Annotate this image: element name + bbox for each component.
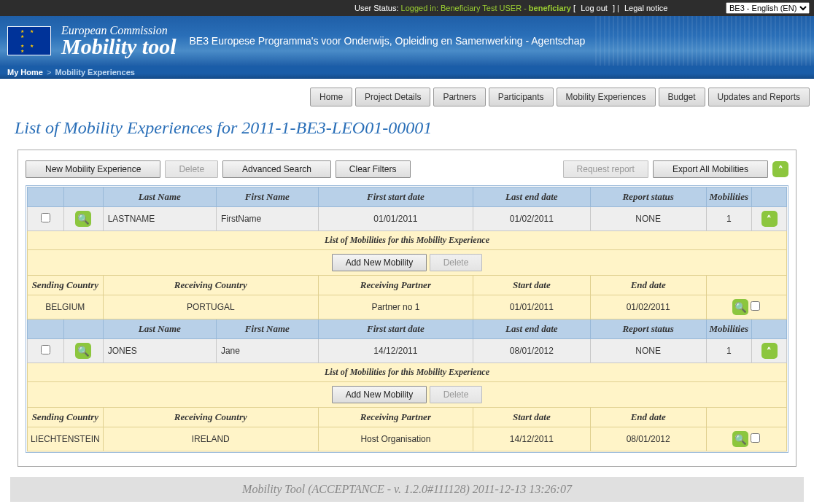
- cell-mobilities: 1: [706, 339, 751, 363]
- banner-decor: [595, 16, 814, 66]
- col-report-status: Report status: [590, 187, 706, 207]
- tab-participants[interactable]: Participants: [489, 88, 554, 106]
- cell-receiving: PORTUGAL: [103, 295, 318, 319]
- cell-first-start: 14/12/2011: [318, 339, 473, 363]
- col-receiving-country: Receiving Country: [103, 408, 318, 427]
- tab-mobility-experiences[interactable]: Mobility Experiences: [557, 88, 656, 106]
- col-first-start: First start date: [318, 319, 473, 339]
- status-logged-in: Logged in: Beneficiary Test USER -: [401, 4, 529, 12]
- delete-button[interactable]: Delete: [165, 160, 218, 178]
- banner-titles: European Commission Mobility tool: [61, 24, 177, 58]
- status-role: beneficiary: [529, 4, 571, 12]
- row-checkbox[interactable]: [41, 213, 50, 222]
- col-mobilities: Mobilities: [706, 187, 751, 207]
- header-banner: European Commission Mobility tool BE3 Eu…: [0, 16, 814, 66]
- col-start-date: Start date: [473, 276, 590, 295]
- tab-home[interactable]: Home: [310, 88, 352, 106]
- collapse-row-icon[interactable]: ˄: [761, 211, 778, 227]
- nav-tabs: Home Project Details Partners Participan…: [0, 79, 814, 111]
- sub-row-checkbox[interactable]: [751, 301, 760, 311]
- request-report-button[interactable]: Request report: [563, 160, 648, 178]
- sub-section-title: List of Mobilities for this Mobility Exp…: [28, 363, 787, 382]
- topbar: User Status: Logged in: Beneficiary Test…: [0, 0, 814, 16]
- add-new-mobility-button[interactable]: Add New Mobility: [332, 254, 427, 271]
- col-sending-country: Sending Country: [28, 276, 104, 295]
- sub-row-checkbox[interactable]: [751, 433, 760, 443]
- cell-partner: Host Organisation: [318, 427, 473, 451]
- cell-last-name: LASTNAME: [103, 207, 216, 231]
- table-header-row: Last Name First Name First start date La…: [28, 319, 787, 339]
- table-row: 🔍 JONES Jane 14/12/2011 08/01/2012 NONE …: [28, 339, 787, 363]
- eu-flag-icon: [7, 26, 51, 55]
- cell-sending: LIECHTENSTEIN: [28, 427, 104, 451]
- breadcrumb: My Home > Mobility Experiences: [0, 66, 814, 79]
- sub-header-row: Sending Country Receiving Country Receiv…: [28, 276, 787, 295]
- col-last-name: Last Name: [103, 187, 216, 207]
- page-title: List of Mobility Experiences for 2011-1-…: [15, 118, 799, 138]
- cell-mobilities: 1: [706, 207, 751, 231]
- col-report-status: Report status: [590, 319, 706, 339]
- data-table: Last Name First Name First start date La…: [26, 185, 788, 453]
- content-panel: New Mobility Experience Delete Advanced …: [18, 150, 796, 467]
- sub-delete-button[interactable]: Delete: [430, 386, 483, 403]
- toolbar: New Mobility Experience Delete Advanced …: [26, 160, 788, 178]
- col-last-end: Last end date: [473, 319, 590, 339]
- legal-notice-link[interactable]: Legal notice: [624, 4, 667, 12]
- collapse-row-icon[interactable]: ˄: [761, 343, 778, 359]
- cell-sending: BELGIUM: [28, 295, 104, 319]
- tab-partners[interactable]: Partners: [433, 88, 485, 106]
- cell-end: 08/01/2012: [590, 427, 706, 451]
- status-prefix: User Status:: [354, 4, 401, 12]
- table-header-row: Last Name First Name First start date La…: [28, 187, 787, 207]
- col-last-name: Last Name: [103, 319, 216, 339]
- col-receiving-partner: Receiving Partner: [318, 408, 473, 427]
- tab-project-details[interactable]: Project Details: [355, 88, 430, 106]
- bracket: [: [573, 4, 578, 12]
- col-mobilities: Mobilities: [706, 319, 751, 339]
- view-mobility-icon[interactable]: 🔍: [732, 299, 748, 315]
- collapse-all-icon[interactable]: ˄: [772, 161, 788, 177]
- cell-report-status: NONE: [590, 339, 706, 363]
- export-all-mobilities-button[interactable]: Export All Mobilities: [653, 160, 768, 178]
- cell-last-end: 08/01/2012: [473, 339, 590, 363]
- add-new-mobility-button[interactable]: Add New Mobility: [332, 386, 427, 403]
- logout-link[interactable]: Log out: [581, 4, 608, 12]
- col-receiving-partner: Receiving Partner: [318, 276, 473, 295]
- cell-last-end: 01/02/2011: [473, 207, 590, 231]
- col-sending-country: Sending Country: [28, 408, 104, 427]
- sub-row: LIECHTENSTEIN IRELAND Host Organisation …: [28, 427, 787, 451]
- cell-end: 01/02/2011: [590, 295, 706, 319]
- cell-start: 01/01/2011: [473, 295, 590, 319]
- sub-delete-button[interactable]: Delete: [430, 254, 483, 271]
- col-last-end: Last end date: [473, 187, 590, 207]
- table-row: 🔍 LASTNAME FirstName 01/01/2011 01/02/20…: [28, 207, 787, 231]
- view-icon[interactable]: 🔍: [75, 211, 91, 227]
- breadcrumb-current: Mobility Experiences: [55, 68, 134, 77]
- new-mobility-experience-button[interactable]: New Mobility Experience: [26, 160, 160, 178]
- view-mobility-icon[interactable]: 🔍: [732, 431, 748, 447]
- user-status: User Status: Logged in: Beneficiary Test…: [354, 4, 670, 12]
- language-select[interactable]: BE3 - English (EN): [726, 2, 810, 14]
- cell-start: 14/12/2011: [473, 427, 590, 451]
- col-first-name: First Name: [216, 319, 318, 339]
- breadcrumb-home[interactable]: My Home: [7, 68, 43, 77]
- row-checkbox[interactable]: [41, 345, 50, 354]
- col-start-date: Start date: [473, 408, 590, 427]
- cell-receiving: IRELAND: [103, 427, 318, 451]
- cell-first-name: Jane: [216, 339, 318, 363]
- col-end-date: End date: [590, 276, 706, 295]
- clear-filters-button[interactable]: Clear Filters: [336, 160, 411, 178]
- breadcrumb-sep: >: [47, 68, 53, 77]
- tab-updates-reports[interactable]: Updates and Reports: [708, 88, 810, 106]
- bracket: ] |: [613, 4, 621, 12]
- sub-header-row: Sending Country Receiving Country Receiv…: [28, 408, 787, 427]
- tool-title: Mobility tool: [61, 36, 177, 58]
- agency-name: BE3 Europese Programma's voor Onderwijs,…: [190, 35, 586, 47]
- col-first-start: First start date: [318, 187, 473, 207]
- cell-first-name: FirstName: [216, 207, 318, 231]
- col-receiving-country: Receiving Country: [103, 276, 318, 295]
- tab-budget[interactable]: Budget: [659, 88, 705, 106]
- col-end-date: End date: [590, 408, 706, 427]
- advanced-search-button[interactable]: Advanced Search: [222, 160, 331, 178]
- view-icon[interactable]: 🔍: [75, 343, 91, 359]
